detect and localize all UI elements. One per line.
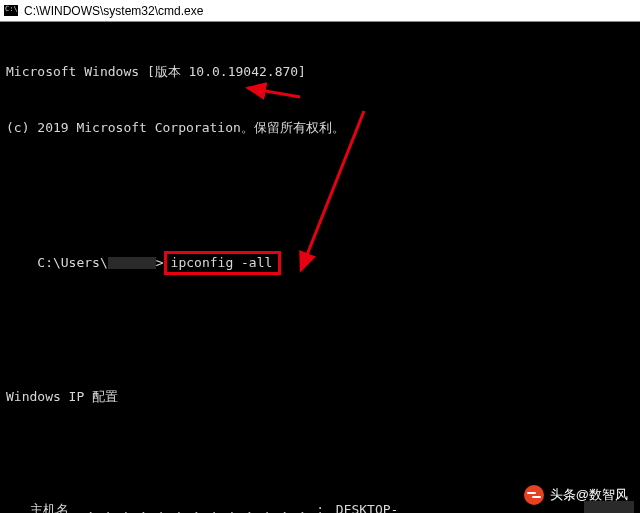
command-highlight: ipconfig -all (164, 251, 282, 275)
field-label: 主机名 (30, 501, 69, 513)
cmd-icon (4, 5, 18, 16)
section-heading: Windows IP 配置 (6, 388, 634, 407)
prompt-suffix: > (156, 255, 164, 270)
watermark-text: 头条@数智风 (550, 486, 628, 504)
watermark: 头条@数智风 (524, 485, 628, 505)
version-line: Microsoft Windows [版本 10.0.19042.870] (6, 63, 634, 82)
prompt-line: C:\Users\>ipconfig -all (6, 232, 634, 293)
svg-line-0 (248, 88, 300, 97)
prompt-prefix: C:\Users\ (37, 255, 107, 270)
toutiao-icon (524, 485, 544, 505)
typed-command: ipconfig -all (171, 255, 273, 270)
window-titlebar[interactable]: C:\WINDOWS\system32\cmd.exe (0, 0, 640, 22)
window-title: C:\WINDOWS\system32\cmd.exe (24, 4, 203, 18)
redacted-username (108, 257, 156, 269)
terminal-output[interactable]: Microsoft Windows [版本 10.0.19042.870] (c… (0, 22, 640, 513)
copyright-line: (c) 2019 Microsoft Corporation。保留所有权利。 (6, 119, 634, 138)
dots: . . . . . . . . . . . . . (69, 501, 316, 513)
